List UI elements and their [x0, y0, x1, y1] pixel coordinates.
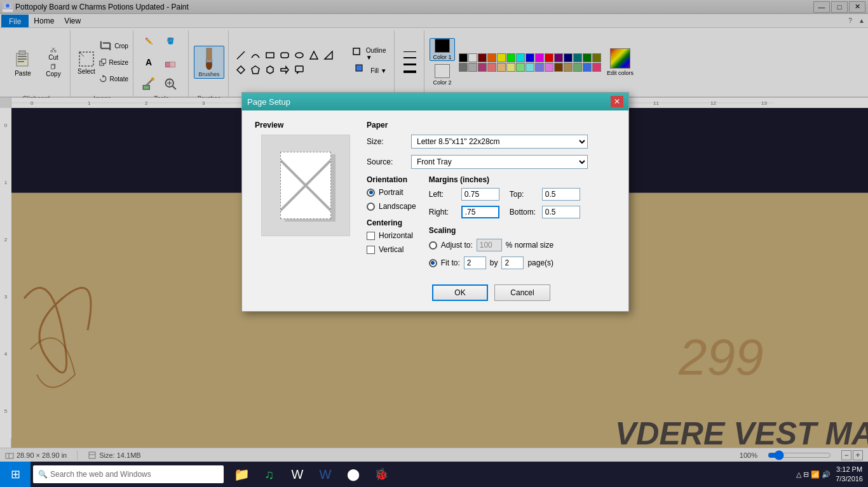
- taskbar-search[interactable]: 🔍 Search the web and Windows: [33, 465, 224, 483]
- portrait-radio[interactable]: [367, 189, 375, 197]
- adjust-suffix: % normal size: [506, 241, 553, 250]
- source-select-wrapper: Front Tray: [411, 155, 588, 169]
- taskbar-pinned-icons: 📁 ♫ W W ⬤ 🐞: [229, 462, 394, 487]
- dialog-body: Preview Paper Size: Letter 8.5"x11: [242, 110, 628, 311]
- orientation-centering-col: Orientation Portrait Landscape Centering: [367, 175, 416, 274]
- two-col-section: Orientation Portrait Landscape Centering: [367, 175, 616, 274]
- margins-grid: Left: Top: Right:: [429, 188, 580, 218]
- tray-icons: △ ⊟ 📶 🔊: [796, 470, 831, 479]
- vertical-label[interactable]: Vertical: [379, 245, 403, 254]
- taskbar-wordpress[interactable]: W: [285, 462, 310, 487]
- vertical-row: Vertical: [367, 245, 416, 254]
- time-display: 3:12 PM: [836, 465, 863, 474]
- taskbar: ⊞ 🔍 Search the web and Windows 📁 ♫ W W ⬤…: [0, 462, 868, 487]
- page-setup-dialog: Page Setup ✕ Preview Paper: [241, 92, 629, 312]
- right-margin-label: Right:: [429, 208, 458, 217]
- search-placeholder: Search the web and Windows: [50, 470, 151, 479]
- fit-pages-label: page(s): [527, 258, 553, 267]
- cancel-button[interactable]: Cancel: [494, 284, 550, 301]
- dialog-title: Page Setup: [247, 97, 611, 107]
- source-field-label: Source:: [367, 157, 411, 166]
- paper-section-label: Paper: [367, 121, 616, 130]
- dialog-main-content: Preview Paper Size: Letter 8.5"x11: [255, 121, 616, 301]
- fit-input1[interactable]: [464, 257, 486, 269]
- preview-section: Preview: [255, 121, 356, 301]
- margins-label: Margins (inches): [429, 175, 580, 184]
- size-row: Size: Letter 8.5"x11" 22x28cm: [367, 135, 616, 149]
- vertical-checkbox[interactable]: [367, 246, 375, 254]
- scaling-label: Scaling: [429, 226, 580, 235]
- dialog-right-section: Paper Size: Letter 8.5"x11" 22x28cm Sour…: [367, 121, 616, 301]
- horizontal-label[interactable]: Horizontal: [379, 231, 413, 240]
- bottom-margin-row: Bottom:: [510, 206, 580, 218]
- paper-size-select[interactable]: Letter 8.5"x11" 22x28cm: [411, 135, 588, 149]
- adjust-input[interactable]: [477, 239, 502, 251]
- dialog-overlay: Page Setup ✕ Preview Paper: [0, 0, 868, 462]
- taskbar-word[interactable]: W: [313, 462, 338, 487]
- taskbar-explorer[interactable]: 📁: [229, 462, 254, 487]
- horizontal-checkbox[interactable]: [367, 232, 375, 240]
- taskbar-other[interactable]: 🐞: [369, 462, 394, 487]
- landscape-row: Landscape: [367, 202, 416, 211]
- top-margin-input[interactable]: [542, 188, 580, 201]
- orientation-label: Orientation: [367, 175, 416, 184]
- portrait-label[interactable]: Portrait: [379, 188, 403, 197]
- dialog-titlebar: Page Setup ✕: [242, 93, 628, 110]
- left-margin-row: Left:: [429, 188, 499, 201]
- landscape-radio[interactable]: [367, 203, 375, 211]
- start-button[interactable]: ⊞: [0, 462, 31, 487]
- bottom-margin-input[interactable]: [542, 206, 580, 218]
- preview-box: [261, 135, 350, 236]
- size-select-wrapper: Letter 8.5"x11" 22x28cm: [411, 135, 588, 149]
- taskbar-clock: 3:12 PM 7/3/2016: [836, 465, 863, 484]
- centering-label: Centering: [367, 218, 416, 227]
- preview-paper: [280, 152, 331, 219]
- ok-button[interactable]: OK: [432, 284, 488, 301]
- adjust-row: Adjust to: % normal size: [429, 239, 580, 251]
- adjust-label: Adjust to:: [441, 241, 473, 250]
- fit-by-label: by: [490, 258, 498, 267]
- taskbar-chrome[interactable]: ⬤: [341, 462, 366, 487]
- taskbar-spotify[interactable]: ♫: [257, 462, 282, 487]
- preview-label: Preview: [255, 121, 356, 130]
- taskbar-tray: △ ⊟ 📶 🔊 3:12 PM 7/3/2016: [796, 465, 868, 484]
- left-margin-input[interactable]: [461, 188, 499, 201]
- date-display: 7/3/2016: [836, 474, 863, 484]
- paper-source-select[interactable]: Front Tray: [411, 155, 588, 169]
- margins-scaling-col: Margins (inches) Left: Top:: [429, 175, 580, 274]
- right-margin-row: Right:: [429, 206, 499, 218]
- dialog-close-button[interactable]: ✕: [611, 96, 623, 107]
- source-row: Source: Front Tray: [367, 155, 616, 169]
- bottom-margin-label: Bottom:: [510, 208, 538, 217]
- fit-input2[interactable]: [501, 257, 524, 269]
- horizontal-row: Horizontal: [367, 231, 416, 240]
- fit-row: Fit to: by page(s): [429, 257, 580, 269]
- fit-label: Fit to:: [441, 258, 460, 267]
- fit-radio[interactable]: [429, 259, 437, 267]
- landscape-label[interactable]: Landscape: [379, 202, 416, 211]
- adjust-radio[interactable]: [429, 241, 437, 250]
- top-margin-label: Top:: [510, 190, 538, 199]
- top-margin-row: Top:: [510, 188, 580, 201]
- left-margin-label: Left:: [429, 190, 458, 199]
- dialog-buttons: OK Cancel: [367, 279, 616, 301]
- right-margin-input[interactable]: [461, 206, 499, 218]
- portrait-row: Portrait: [367, 188, 416, 197]
- size-field-label: Size:: [367, 137, 411, 146]
